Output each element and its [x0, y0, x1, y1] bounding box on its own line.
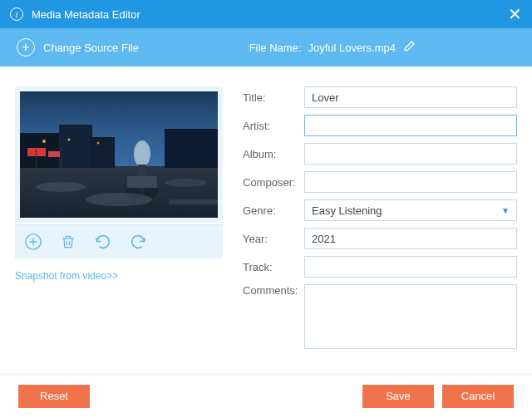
filename-label: File Name:	[249, 42, 302, 54]
titlebar: i Media Metadata Editor ✕	[0, 0, 532, 28]
row-album: Album:	[243, 143, 517, 165]
svg-point-11	[134, 140, 150, 167]
svg-rect-15	[127, 176, 157, 188]
svg-point-8	[42, 140, 46, 143]
edit-filename-icon[interactable]	[402, 40, 416, 56]
svg-point-9	[68, 139, 71, 141]
label-year: Year:	[243, 233, 304, 245]
save-button[interactable]: Save	[362, 385, 434, 408]
svg-rect-3	[59, 125, 92, 168]
filename-value: Joyful Lovers.mp4	[308, 42, 397, 54]
label-composer: Composer:	[243, 176, 304, 189]
row-track: Track:	[243, 256, 517, 278]
undo-icon[interactable]	[93, 232, 113, 252]
svg-rect-5	[165, 129, 218, 168]
svg-point-10	[97, 142, 100, 145]
form-column: Title: Artist: Album: Composer: Genre: E…	[243, 86, 517, 366]
video-thumbnail	[20, 91, 218, 218]
svg-rect-4	[90, 137, 115, 168]
label-title: Title:	[243, 91, 304, 104]
label-album: Album:	[243, 148, 304, 160]
source-bar: + Change Source File File Name: Joyful L…	[0, 28, 532, 66]
input-composer[interactable]	[304, 171, 517, 193]
window-title: Media Metadata Editor	[32, 8, 508, 21]
label-artist: Artist:	[243, 120, 304, 132]
input-track[interactable]	[304, 256, 517, 278]
plus-icon[interactable]: +	[17, 38, 35, 57]
add-thumbnail-icon[interactable]	[23, 232, 43, 252]
chevron-down-icon: ▼	[501, 206, 510, 215]
svg-point-17	[86, 193, 152, 206]
input-title[interactable]	[304, 86, 517, 108]
row-comments: Comments:	[243, 284, 517, 349]
delete-thumbnail-icon[interactable]	[58, 232, 78, 252]
cancel-button[interactable]: Cancel	[442, 385, 514, 408]
svg-point-18	[165, 179, 206, 187]
svg-rect-1	[20, 166, 218, 218]
row-composer: Composer:	[243, 171, 517, 193]
row-year: Year:	[243, 228, 517, 249]
input-artist[interactable]	[304, 115, 517, 136]
select-genre-value: Easy Listening	[312, 204, 382, 217]
input-year[interactable]	[304, 228, 517, 249]
thumbnail-container	[15, 86, 223, 223]
label-genre: Genre:	[243, 204, 304, 217]
footer-bar: Reset Save Cancel	[0, 374, 532, 417]
input-album[interactable]	[304, 143, 517, 165]
row-title: Title:	[243, 86, 517, 108]
label-comments: Comments:	[243, 284, 304, 297]
svg-rect-7	[48, 151, 60, 157]
left-column: Snapshot from video>>	[15, 86, 223, 366]
row-genre: Genre: Easy Listening ▼	[243, 199, 517, 221]
change-source-button[interactable]: Change Source File	[43, 42, 139, 54]
row-artist: Artist:	[243, 115, 517, 136]
svg-rect-19	[36, 150, 37, 168]
snapshot-link[interactable]: Snapshot from video>>	[15, 270, 118, 282]
redo-icon[interactable]	[128, 232, 148, 252]
close-icon[interactable]: ✕	[508, 4, 522, 24]
input-comments[interactable]	[304, 284, 517, 349]
svg-rect-20	[61, 148, 62, 168]
content-area: Snapshot from video>> Title: Artist: Alb…	[0, 66, 532, 374]
reset-button[interactable]: Reset	[18, 385, 90, 408]
info-icon: i	[10, 7, 23, 21]
select-genre[interactable]: Easy Listening ▼	[304, 199, 517, 221]
label-track: Track:	[243, 261, 304, 273]
svg-rect-21	[169, 199, 218, 204]
thumbnail-toolbar	[15, 224, 223, 258]
svg-point-16	[36, 182, 86, 192]
